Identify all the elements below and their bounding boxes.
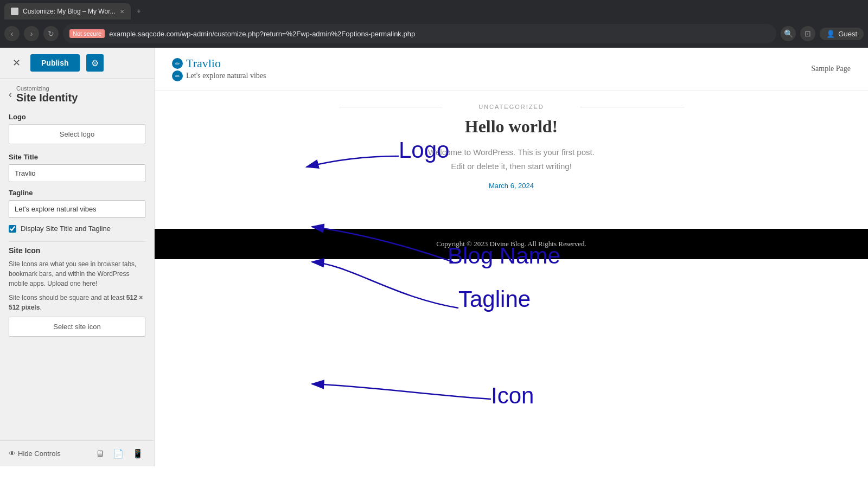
nav-sample-page[interactable]: Sample Page [811, 65, 851, 73]
not-secure-badge: Not secure [69, 29, 105, 38]
hide-controls-button[interactable]: 👁 Hide Controls [9, 450, 61, 458]
logo-label: Logo [9, 113, 145, 121]
breadcrumb-sub: Customizing [16, 85, 78, 92]
publish-button[interactable]: Publish [30, 54, 80, 72]
post-excerpt: Welcome to WordPress. This is your first… [339, 145, 684, 173]
mobile-view-button[interactable]: 📱 [130, 446, 145, 461]
close-button[interactable]: ✕ [9, 55, 24, 70]
address-bar[interactable]: Not secure example.saqcode.com/wp-admin/… [63, 24, 776, 43]
tagline-annotation: Tagline [458, 286, 531, 312]
breadcrumb-main: Site Identity [16, 92, 78, 104]
site-title-preview: ✏ Travlio [172, 56, 266, 70]
address-bar-row: ‹ › ↻ Not secure example.saqcode.com/wp-… [0, 20, 868, 48]
panel-header: ✕ Publish ⚙ [0, 48, 154, 79]
select-logo-button[interactable]: Select logo [9, 124, 145, 144]
edit-pencil-icon[interactable]: ✏ [172, 58, 183, 69]
hide-controls-label: Hide Controls [18, 450, 61, 458]
desktop-view-button[interactable]: 🖥 [93, 446, 106, 461]
site-preview-header: ✏ Travlio ✏ Let's explore natural vibes … [155, 48, 868, 91]
forward-button[interactable]: › [24, 26, 39, 41]
back-button-panel[interactable]: ‹ [9, 89, 12, 100]
site-nav-preview: Sample Page [811, 65, 851, 73]
panel-content: Logo Select logo Site Title Tagline Disp… [0, 104, 154, 440]
breadcrumb-text: Customizing Site Identity [16, 85, 78, 104]
category-label: UNCATEGORIZED [339, 104, 684, 110]
tagline-display: Let's explore natural vibes [186, 72, 266, 80]
active-tab[interactable]: Customize: My Blog – My Wor... ✕ [4, 3, 131, 20]
reload-button[interactable]: ↻ [43, 26, 59, 41]
icon-annotation: Icon [491, 383, 534, 409]
site-title-input[interactable] [9, 164, 145, 182]
logo-annotation: Logo [399, 137, 449, 163]
display-checkbox[interactable] [9, 225, 16, 233]
customizer-panel: ✕ Publish ⚙ ‹ Customizing Site Identity … [0, 48, 155, 466]
tab-bar: Customize: My Blog – My Wor... ✕ + [0, 0, 868, 20]
settings-button[interactable]: ⚙ [86, 54, 104, 72]
display-checkbox-label: Display Site Title and Tagline [21, 224, 111, 233]
sidebar-button[interactable]: ⊡ [800, 26, 815, 41]
site-icon-title: Site Icon [9, 246, 145, 255]
blog-content: UNCATEGORIZED Hello world! Welcome to Wo… [322, 91, 701, 216]
site-icon-desc1: Site Icons are what you see in browser t… [9, 259, 145, 288]
tagline-label: Tagline [9, 189, 145, 197]
breadcrumb: ‹ Customizing Site Identity [0, 79, 154, 104]
device-buttons: 🖥 📄 📱 [93, 446, 145, 461]
search-button[interactable]: 🔍 [781, 26, 796, 41]
preview-area: ✏ Travlio ✏ Let's explore natural vibes … [155, 48, 868, 466]
user-account-button[interactable]: 👤 Guest [820, 28, 864, 40]
post-date: March 6, 2024 [339, 182, 684, 190]
tagline-input[interactable] [9, 200, 145, 218]
post-title: Hello world! [339, 117, 684, 137]
back-button[interactable]: ‹ [4, 26, 20, 41]
blog-name-annotation: Blog Name [448, 243, 560, 269]
site-icon-desc2: Site Icons should be square and at least… [9, 293, 145, 312]
user-label: Guest [838, 30, 857, 38]
main-layout: ✕ Publish ⚙ ‹ Customizing Site Identity … [0, 48, 868, 466]
user-icon: 👤 [826, 30, 835, 38]
url-text: example.saqcode.com/wp-admin/customize.p… [109, 30, 415, 38]
tab-title: Customize: My Blog – My Wor... [23, 8, 116, 15]
site-title-display: Travlio [186, 56, 221, 70]
display-checkbox-row: Display Site Title and Tagline [9, 224, 145, 233]
tab-close-button[interactable]: ✕ [120, 9, 124, 15]
site-title-label: Site Title [9, 153, 145, 161]
select-site-icon-button[interactable]: Select site icon [9, 317, 145, 337]
tagline-preview: ✏ Let's explore natural vibes [172, 70, 266, 81]
edit-pencil-tagline-icon[interactable]: ✏ [172, 70, 183, 81]
eye-icon: 👁 [9, 450, 16, 458]
panel-footer: 👁 Hide Controls 🖥 📄 📱 [0, 440, 154, 466]
tab-favicon [11, 8, 18, 15]
new-tab-button[interactable]: + [131, 3, 150, 20]
tablet-view-button[interactable]: 📄 [111, 446, 126, 461]
divider [9, 241, 145, 242]
site-branding: ✏ Travlio ✏ Let's explore natural vibes [172, 56, 266, 81]
